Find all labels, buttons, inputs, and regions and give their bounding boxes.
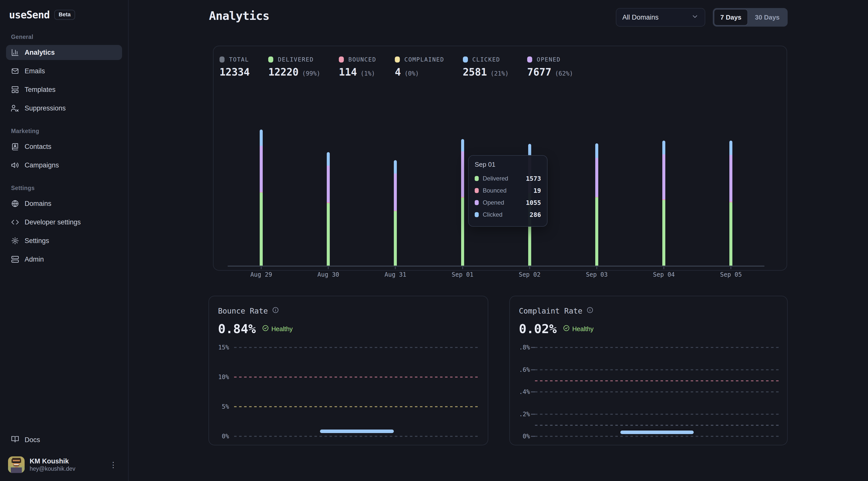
rate-line-series	[320, 429, 394, 433]
sidebar-item-docs[interactable]: Docs	[6, 432, 122, 447]
tooltip-series-label: Delivered	[483, 175, 522, 182]
gridline	[535, 369, 779, 370]
x-axis-label: Sep 01	[440, 271, 485, 278]
y-axis-label: 0%	[513, 433, 530, 440]
sidebar-item-label: Domains	[25, 200, 52, 207]
stat-opened: OPENED7677(62%)	[527, 56, 573, 78]
info-icon	[586, 307, 593, 314]
domain-filter-select[interactable]: All Domains	[616, 8, 705, 27]
stat-color-swatch	[268, 57, 273, 63]
y-axis-label: 0%	[212, 433, 229, 440]
stat-percent: (21%)	[491, 70, 508, 77]
bar-aug-31[interactable]	[394, 160, 397, 266]
server-icon	[11, 255, 19, 263]
sidebar-item-contacts[interactable]: Contacts	[6, 139, 122, 154]
y-axis-label: 10%	[212, 374, 229, 381]
bar-sep-01[interactable]	[461, 139, 464, 266]
avatar-pixel-art	[8, 456, 25, 473]
range-7-days[interactable]: 7 Days	[714, 9, 748, 26]
layout-icon	[11, 86, 19, 94]
info-icon[interactable]	[272, 306, 279, 316]
complaint-health-badge: Healthy	[563, 325, 594, 333]
sidebar-item-label: Suppressions	[25, 104, 66, 112]
stat-total: TOTAL12334	[219, 56, 250, 78]
x-axis-tick	[731, 267, 732, 269]
stat-percent: (99%)	[302, 70, 320, 77]
bounce-rate-value: 0.84%	[218, 322, 256, 336]
check-circle-icon	[262, 325, 269, 332]
tooltip-series-value: 1573	[526, 175, 541, 182]
complaint-rate-value-row: 0.02% Healthy	[510, 316, 787, 336]
sidebar-item-label: Templates	[25, 86, 56, 94]
complaint-health-label: Healthy	[572, 325, 594, 333]
bar-sep-03[interactable]	[595, 143, 598, 266]
mail-icon	[11, 67, 19, 75]
sidebar-item-settings[interactable]: Settings	[6, 233, 122, 248]
bar-segment-clicked	[730, 140, 733, 155]
x-axis-label: Sep 03	[574, 271, 619, 278]
sidebar-item-label: Emails	[25, 67, 45, 75]
gridline	[535, 347, 779, 348]
complaint-rate-header: Complaint Rate	[510, 296, 787, 316]
sidebar-item-emails[interactable]: Emails	[6, 64, 122, 78]
tooltip-row-opened: Opened1055	[475, 197, 541, 209]
bar-segment-clicked	[662, 140, 665, 154]
tooltip-row-delivered: Delivered1573	[475, 172, 541, 185]
tooltip-series-value: 19	[533, 187, 541, 194]
user-x-icon	[11, 104, 19, 112]
stat-bounced: BOUNCED114(1%)	[339, 56, 376, 78]
gridline	[535, 436, 779, 437]
code-icon	[11, 218, 19, 226]
stat-value: 2581	[463, 66, 487, 78]
range-30-days[interactable]: 30 Days	[748, 9, 786, 26]
app-logo: useSend	[9, 9, 50, 21]
sidebar-item-campaigns[interactable]: Campaigns	[6, 158, 122, 173]
sidebar-item-templates[interactable]: Templates	[6, 82, 122, 97]
bar-sep-05[interactable]	[730, 140, 733, 266]
user-menu[interactable]: KM Koushik hey@koushik.dev ⋮	[6, 453, 122, 474]
tooltip-color-swatch	[475, 200, 479, 205]
bar-segment-clicked	[461, 139, 464, 151]
bounce-rate-value-row: 0.84% Healthy	[209, 316, 488, 336]
bar-segment-clicked	[595, 143, 598, 158]
tooltip-series-value: 286	[530, 211, 541, 218]
gridline	[234, 436, 480, 437]
x-axis-tick	[596, 267, 597, 269]
bar-aug-29[interactable]	[260, 130, 263, 266]
x-axis-label: Aug 29	[239, 271, 284, 278]
sidebar-item-label: Campaigns	[25, 161, 59, 169]
stat-value: 114	[339, 66, 357, 78]
sidebar-item-label: Settings	[25, 237, 49, 245]
stat-label: BOUNCED	[348, 56, 376, 63]
bar-aug-30[interactable]	[327, 152, 330, 266]
sidebar-item-admin[interactable]: Admin	[6, 252, 122, 267]
gridline	[234, 347, 480, 348]
check-circle-icon	[563, 325, 570, 333]
bar-chart-icon	[11, 49, 19, 57]
globe-icon	[11, 200, 19, 207]
sidebar-nav: GeneralAnalyticsEmailsTemplatesSuppressi…	[6, 22, 122, 270]
bar-segment-opened	[260, 146, 263, 192]
y-axis-label: .2%	[513, 411, 530, 418]
x-axis-label: Sep 04	[641, 271, 686, 278]
bar-segment-delivered	[394, 211, 397, 266]
sidebar-item-domains[interactable]: Domains	[6, 196, 122, 211]
bar-segment-opened	[730, 155, 733, 201]
sidebar-item-developer-settings[interactable]: Developer settings	[6, 215, 122, 230]
stat-value: 4	[395, 66, 401, 78]
tooltip-color-swatch	[475, 188, 479, 193]
bar-segment-opened	[595, 158, 598, 197]
y-axis-label: 5%	[212, 403, 229, 410]
kebab-menu-icon[interactable]: ⋮	[106, 458, 120, 471]
sidebar-item-analytics[interactable]: Analytics	[6, 45, 122, 60]
book-open-icon	[11, 435, 19, 445]
bar-sep-04[interactable]	[662, 140, 665, 266]
sidebar-item-suppressions[interactable]: Suppressions	[6, 101, 122, 116]
stats-row: TOTAL12334DELIVERED12220(99%)BOUNCED114(…	[214, 46, 786, 78]
user-info: KM Koushik hey@koushik.dev	[30, 457, 75, 472]
bar-segment-opened	[327, 166, 330, 202]
x-axis-line	[227, 266, 765, 267]
x-axis-tick	[395, 267, 396, 269]
info-icon[interactable]	[586, 306, 593, 316]
rate-line-series	[620, 430, 694, 434]
